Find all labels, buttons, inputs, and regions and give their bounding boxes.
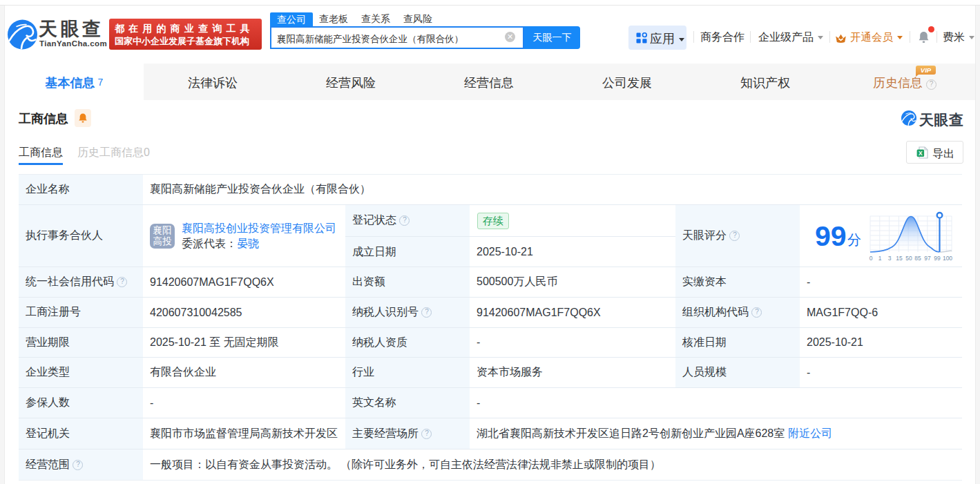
- svg-text:97: 97: [924, 255, 931, 262]
- svg-text:50: 50: [905, 255, 912, 262]
- svg-text:X: X: [919, 150, 923, 157]
- svg-text:1: 1: [878, 255, 882, 262]
- svg-text:100: 100: [943, 255, 952, 262]
- svg-text:85: 85: [914, 255, 921, 262]
- svg-text:3: 3: [888, 255, 892, 262]
- svg-text:0: 0: [869, 255, 873, 262]
- svg-text:99: 99: [934, 255, 941, 262]
- svg-text:15: 15: [896, 255, 903, 262]
